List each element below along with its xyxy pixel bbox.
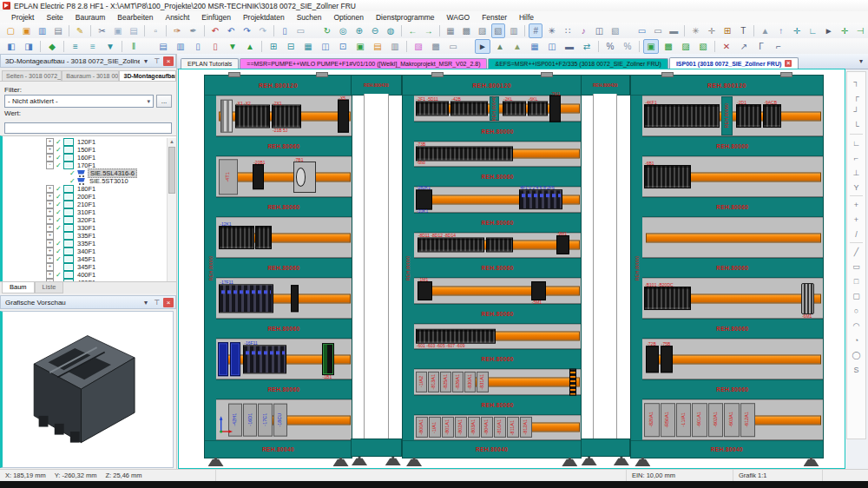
device-f-icon[interactable]: ▣ (352, 39, 368, 54)
rounded-rect-tool-icon[interactable]: ▢ (849, 288, 864, 303)
snap-icon[interactable]: ✳ (544, 23, 558, 38)
component-term[interactable]: -6KL (528, 101, 548, 115)
tree-item[interactable]: +✓345F1 (3, 255, 176, 263)
component-block[interactable]: -1/A2 (416, 372, 427, 392)
menu-wago[interactable]: WAGO (441, 13, 477, 22)
component-block[interactable]: -L1/A1 (676, 403, 691, 438)
component-term[interactable]: -73B-6bd (416, 147, 513, 162)
device-a-icon[interactable]: ⊞ (266, 39, 281, 54)
component-term[interactable]: -8D11 -8D12 -8D14 (418, 238, 484, 253)
settings-wrench-icon[interactable]: ✎ (73, 23, 87, 38)
refresh-icon[interactable]: ↻ (320, 23, 334, 38)
component-vband[interactable]: REH.80060 (721, 96, 732, 135)
component-brk[interactable]: -17F11 (219, 284, 273, 313)
scale-pct-icon[interactable]: % (602, 39, 618, 54)
tree-expander-icon[interactable]: + (46, 232, 54, 240)
sort-desc-icon[interactable]: ≡ (85, 39, 101, 54)
spline-tool-icon[interactable]: S (849, 362, 864, 377)
forward-icon[interactable]: → (422, 23, 436, 38)
cabinet[interactable]: REH.800120REH.80000-4KF1REH.80060-2D1-9A… (630, 75, 824, 458)
device-h-icon[interactable]: ▥ (387, 39, 403, 54)
tree-expander-icon[interactable]: + (46, 193, 54, 201)
tree-item[interactable]: +✓310F1 (3, 208, 176, 216)
mounting-row[interactable]: -800A1-1/A1-801A1-802A1-803A1-804A1-810A… (414, 415, 582, 441)
mounting-row[interactable]: -12K1 (216, 217, 352, 258)
tree-item[interactable]: +✓330F1 (3, 224, 176, 232)
component-term[interactable]: -42B (450, 101, 487, 115)
menu-seite[interactable]: Seite (40, 13, 69, 22)
component-block[interactable]: -820A1 (644, 403, 659, 438)
redo-icon[interactable]: ↷ (240, 23, 253, 38)
zoom-lasso-icon[interactable]: ◎ (336, 23, 350, 38)
tree-expander-icon[interactable]: + (46, 224, 54, 232)
component-term[interactable]: -6B1 (644, 165, 691, 189)
component-blue2[interactable] (230, 342, 240, 377)
tree-expander-icon[interactable]: - (46, 162, 54, 169)
component-block[interactable]: -16D1 (243, 403, 257, 437)
swap-view-icon[interactable]: ⇄ (579, 39, 595, 54)
mounting-band[interactable]: REH.80000 (414, 122, 582, 142)
component-term[interactable]: -2KL (503, 101, 526, 115)
component-brk[interactable]: -16F11 (243, 345, 286, 373)
copy-icon[interactable]: ▣ (111, 23, 125, 38)
component-block[interactable]: -825A1 (440, 372, 451, 392)
component-block[interactable]: -612A1 (740, 403, 755, 438)
view-tab-baum[interactable]: Baum (2, 282, 35, 293)
corner-br-tool-icon[interactable]: ┘ (849, 103, 864, 118)
component-devg[interactable]: -1B1 (322, 343, 334, 376)
tree-expander-icon[interactable]: + (46, 216, 54, 224)
tree-expander-icon[interactable]: + (46, 279, 54, 281)
component-dark[interactable]: -20B1 (253, 164, 263, 190)
page-window-icon[interactable]: ▥ (36, 23, 49, 38)
grid-d-icon[interactable]: ▧ (491, 23, 505, 38)
component-dark[interactable]: -9M1 (556, 235, 569, 254)
undo-list-icon[interactable]: ↶ (208, 23, 222, 38)
compass-icon[interactable]: ✛ (838, 23, 852, 38)
device-b-icon[interactable]: ⊟ (283, 39, 299, 54)
component-brk[interactable]: 4F1 0 2 4 6 8 2F6 (519, 189, 562, 210)
close-icon[interactable]: × (163, 56, 174, 66)
mounting-row[interactable]: -X1 -X2-2X1-21B 5J-X5 (216, 96, 352, 136)
tree-item[interactable]: +✓420F1 (3, 279, 176, 281)
branch-tool-icon[interactable]: Y (849, 180, 864, 195)
component-dark[interactable]: -1M1 (418, 281, 432, 300)
component-vband[interactable]: REH.80040 (490, 96, 500, 121)
select-frame-icon[interactable]: ▫ (148, 23, 162, 38)
component-blue2[interactable] (218, 342, 228, 377)
monitor-2-icon[interactable]: ▭ (651, 23, 665, 38)
tree-expander-icon[interactable]: + (46, 201, 54, 208)
gear-icon[interactable]: ✳ (688, 23, 702, 38)
select-cursor-icon[interactable]: ► (475, 39, 490, 54)
mounting-band[interactable]: REH.80060 (216, 379, 352, 399)
corner-tl-tool-icon[interactable]: ┌ (849, 89, 864, 103)
frame-icon[interactable]: ▭ (445, 39, 461, 54)
mounting-band[interactable]: REH.80060 (414, 213, 582, 233)
tree-item[interactable]: +✓180F1 (3, 185, 176, 193)
mounting-band[interactable]: REH.80060 (414, 349, 582, 369)
component-dev[interactable]: -7B1 (293, 162, 316, 193)
component-block[interactable]: -812A1 (520, 417, 532, 438)
tree-item[interactable]: +✓340F1 (3, 247, 176, 255)
mounting-band[interactable]: REH.80060 (216, 197, 352, 217)
open-icon[interactable]: ▣ (19, 23, 33, 38)
tree-item[interactable]: +✓150F1 (3, 146, 176, 154)
component-dark[interactable]: -5M1 (531, 281, 546, 300)
arc-tool-icon[interactable]: ◠ (849, 318, 864, 333)
tree-item[interactable]: +✓400F1 (3, 271, 176, 279)
document-tab[interactable]: EPLAN Tutorials (181, 58, 239, 69)
component-block[interactable]: -801A1 (442, 417, 454, 438)
menu-bauraum[interactable]: Bauraum (69, 13, 112, 22)
device-c-icon[interactable]: ▦ (300, 39, 316, 54)
tree-item[interactable]: +✓SIE.5ST3010 (3, 177, 176, 185)
mounting-row[interactable]: -17F11 (216, 278, 352, 319)
mounting-band[interactable]: REH.80060 (642, 379, 823, 399)
mounting-band[interactable]: REH.80060 (642, 319, 823, 339)
mounting-row[interactable]: -8D11 -8D12 -8D14-9M1 (414, 233, 582, 259)
component-cyl[interactable] (569, 368, 576, 395)
pick-cursor-icon[interactable]: ► (821, 23, 835, 38)
select-lasso-icon[interactable]: ▨ (678, 39, 694, 54)
select-green-icon[interactable]: ▣ (643, 39, 659, 54)
table-view-icon[interactable]: ▦ (527, 39, 542, 54)
component-block[interactable]: -804A1 (481, 417, 493, 438)
grid-c-icon[interactable]: ▨ (475, 23, 489, 38)
